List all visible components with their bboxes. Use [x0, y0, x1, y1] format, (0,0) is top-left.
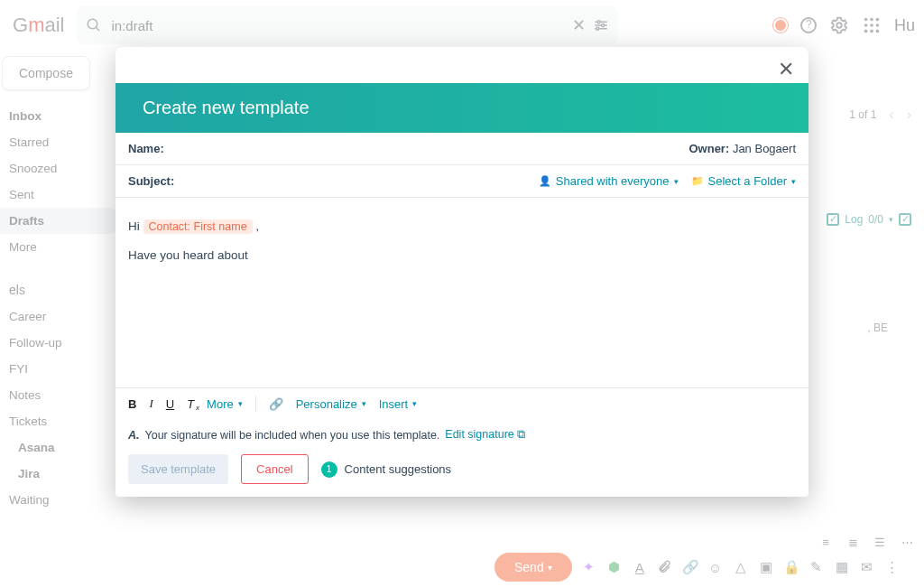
message-count: 1 of 1 ‹ ›: [849, 107, 911, 123]
drive-icon[interactable]: △: [733, 559, 749, 575]
folder-icon: 📁: [691, 175, 704, 187]
label-follow-up[interactable]: Follow-up: [0, 330, 121, 356]
folder-list: Inbox Starred Snoozed Sent Drafts More e…: [0, 103, 121, 513]
suggestions-count-badge: 1: [321, 461, 337, 478]
send-button[interactable]: Send▾: [494, 553, 572, 582]
labels-header: els: [0, 276, 121, 303]
body-text: Hi: [128, 219, 140, 233]
sidebar-item-starred[interactable]: Starred: [0, 129, 121, 155]
format-menu-icon[interactable]: ⋯: [899, 536, 915, 549]
sidebar-item-drafts[interactable]: Drafts: [0, 208, 121, 234]
label-fyi[interactable]: FYI: [0, 356, 121, 382]
edit-signature-link[interactable]: Edit signature ⧉: [445, 428, 525, 442]
template-icon[interactable]: ✉: [859, 559, 875, 575]
label-tickets[interactable]: Tickets: [0, 408, 121, 434]
sidebar-item-sent[interactable]: Sent: [0, 182, 121, 208]
subject-field-label: Subject:: [128, 174, 174, 188]
svg-line-1: [97, 27, 100, 31]
person-icon: 👤: [539, 175, 551, 187]
svg-point-10: [870, 18, 873, 22]
calendar-icon[interactable]: ▦: [834, 559, 850, 575]
owner-label: Owner:: [688, 142, 729, 155]
body-text: Have you heard about: [128, 241, 796, 270]
attach-icon[interactable]: [657, 560, 673, 574]
save-template-button[interactable]: Save template: [128, 454, 228, 484]
notification-dot[interactable]: [773, 18, 788, 33]
modal-title: Create new template: [116, 83, 808, 133]
body-text: ,: [255, 219, 259, 233]
close-icon[interactable]: ✕: [778, 58, 794, 81]
shared-dropdown[interactable]: 👤 Shared with everyone▾: [539, 174, 679, 188]
next-page-icon[interactable]: ›: [907, 107, 911, 123]
label-waiting[interactable]: Waiting: [0, 487, 121, 513]
gmail-logo: Gmail: [7, 14, 64, 37]
svg-point-9: [864, 18, 868, 22]
folder-dropdown[interactable]: 📁 Select a Folder▾: [691, 174, 796, 188]
list-number-icon[interactable]: ☰: [872, 536, 888, 549]
search-input[interactable]: [109, 17, 565, 34]
compose-button[interactable]: Compose: [2, 56, 90, 90]
log-checkbox-2[interactable]: [899, 213, 911, 226]
emoji-icon[interactable]: ☺: [707, 560, 724, 575]
link-tool-icon[interactable]: 🔗: [269, 397, 283, 411]
prev-page-icon[interactable]: ‹: [889, 107, 893, 123]
svg-point-14: [876, 23, 880, 27]
help-icon[interactable]: ?: [800, 17, 817, 33]
insert-dropdown[interactable]: Insert ▾: [379, 397, 418, 411]
underline-button[interactable]: U: [166, 397, 174, 411]
svg-point-15: [864, 30, 868, 33]
log-checkbox[interactable]: [827, 213, 839, 226]
svg-point-12: [864, 23, 868, 27]
more-format-dropdown[interactable]: More ▾: [207, 397, 243, 411]
indent-less-icon[interactable]: ≡: [818, 536, 834, 549]
svg-point-8: [836, 23, 842, 28]
name-field-label: Name:: [128, 142, 164, 155]
svg-point-16: [870, 30, 873, 33]
label-notes[interactable]: Notes: [0, 382, 121, 408]
italic-button[interactable]: I: [149, 396, 152, 411]
more-icon[interactable]: ⋮: [884, 559, 901, 575]
svg-point-7: [596, 27, 599, 30]
clear-search-icon[interactable]: ✕: [572, 15, 586, 35]
apps-icon[interactable]: [862, 15, 882, 35]
search-options-icon[interactable]: [593, 17, 609, 33]
cancel-button[interactable]: Cancel: [241, 454, 308, 484]
sidebar-item-snoozed[interactable]: Snoozed: [0, 155, 121, 182]
label-asana[interactable]: Asana: [0, 434, 121, 461]
create-template-modal: ✕ Create new template Name: Owner: Jan B…: [116, 47, 808, 497]
settings-icon[interactable]: [829, 15, 849, 35]
svg-point-6: [602, 24, 605, 27]
link-icon[interactable]: 🔗: [682, 559, 698, 575]
svg-point-5: [598, 21, 601, 23]
account-avatar[interactable]: Hu: [894, 16, 915, 35]
svg-point-0: [88, 19, 98, 29]
search-icon: [86, 17, 102, 33]
svg-point-11: [876, 18, 880, 22]
svg-point-17: [876, 30, 880, 33]
personalize-dropdown[interactable]: Personalize ▾: [296, 397, 366, 411]
address-suffix: , BE: [867, 321, 888, 334]
bug-icon[interactable]: ⬢: [606, 559, 623, 575]
log-label: Log: [845, 213, 863, 226]
list-bullet-icon[interactable]: ≣: [845, 536, 861, 549]
sparkle-icon[interactable]: ✦: [581, 559, 597, 575]
sidebar-item-more[interactable]: More: [0, 234, 121, 260]
log-count: 0/0: [868, 213, 883, 226]
merge-token-first-name[interactable]: Contact: First name: [143, 219, 253, 234]
label-jira[interactable]: Jira: [0, 461, 121, 487]
template-body-editor[interactable]: Hi Contact: First name , Have you heard …: [116, 198, 808, 387]
text-format-icon[interactable]: A: [632, 560, 648, 575]
bold-button[interactable]: B: [128, 397, 136, 411]
editor-toolbar: B I U T More ▾ 🔗 Personalize ▾ Insert ▾: [116, 387, 808, 419]
signature-note: Your signature will be included when you…: [145, 429, 440, 442]
image-icon[interactable]: ▣: [758, 559, 774, 575]
clear-format-button[interactable]: T: [187, 397, 194, 411]
content-suggestions-link[interactable]: Content suggestions: [345, 462, 452, 476]
lock-icon[interactable]: 🔒: [783, 559, 799, 575]
pen-icon[interactable]: ✎: [808, 559, 825, 575]
owner-value: Jan Bogaert: [733, 142, 796, 155]
label-career[interactable]: Career: [0, 303, 121, 330]
search-bar[interactable]: ✕: [77, 6, 618, 44]
signature-icon: A.: [128, 429, 140, 442]
sidebar-item-inbox[interactable]: Inbox: [0, 103, 121, 129]
